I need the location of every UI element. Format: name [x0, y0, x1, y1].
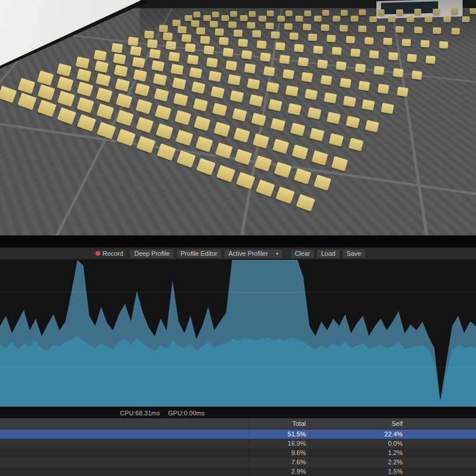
- deep-profile-button[interactable]: Deep Profile: [129, 249, 174, 259]
- table-header-row: Total Self: [0, 418, 476, 429]
- chevron-down-icon: ▾: [276, 251, 278, 256]
- cpu-usage-chart[interactable]: [0, 260, 476, 407]
- unity-editor-window: RecordDeep ProfileProfile EditorActive P…: [0, 0, 476, 476]
- table-row[interactable]: 16.9%0.0%: [0, 439, 476, 448]
- profiler-toolbar-buttons: RecordDeep ProfileProfile EditorActive P…: [0, 249, 366, 259]
- panel-divider: [0, 235, 476, 247]
- gpu-time-label: GPU:0.00ms: [168, 410, 204, 417]
- row-self-value: 1.2%: [309, 449, 406, 456]
- profile-editor-label: Profile Editor: [181, 250, 217, 257]
- profile-editor-button[interactable]: Profile Editor: [176, 249, 222, 259]
- row-self-value: 22.4%: [309, 431, 406, 438]
- load-button[interactable]: Load: [316, 249, 340, 259]
- record-label: Record: [103, 250, 123, 257]
- row-total-value: 51.5%: [249, 431, 309, 438]
- table-row[interactable]: 7.6%2.2%: [0, 457, 476, 467]
- cpu-time-label: CPU:68.31ms: [120, 410, 160, 417]
- column-header-total[interactable]: Total: [249, 420, 309, 427]
- table-row[interactable]: 2.9%1.5%: [0, 467, 476, 476]
- kiosk-screen: [381, 1, 438, 15]
- table-body: 51.5%22.4%16.9%0.0%9.6%1.2%7.6%2.2%2.9%1…: [0, 429, 476, 476]
- table-row[interactable]: 9.6%1.2%: [0, 448, 476, 457]
- deep-profile-label: Deep Profile: [134, 250, 170, 257]
- profiler-toolbar: RecordDeep ProfileProfile EditorActive P…: [0, 247, 476, 260]
- column-header-self[interactable]: Self: [309, 420, 406, 427]
- save-button[interactable]: Save: [342, 249, 366, 259]
- profiler-hierarchy-table: Total Self 51.5%22.4%16.9%0.0%9.6%1.2%7.…: [0, 418, 476, 476]
- game-view[interactable]: [0, 0, 476, 235]
- clear-label: Clear: [295, 250, 310, 257]
- load-label: Load: [321, 250, 335, 257]
- row-self-value: 2.2%: [309, 459, 406, 466]
- row-self-value: 1.5%: [309, 468, 406, 475]
- save-label: Save: [347, 250, 361, 257]
- frame-stats-bar: CPU:68.31ms GPU:0.00ms: [0, 407, 476, 418]
- record-button[interactable]: Record: [91, 249, 128, 259]
- table-row[interactable]: 51.5%22.4%: [0, 429, 476, 439]
- row-total-value: 9.6%: [249, 449, 309, 456]
- row-total-value: 7.6%: [249, 459, 309, 466]
- active-profiler-label: Active Profiler: [228, 250, 268, 257]
- record-icon: [96, 251, 100, 256]
- profiler-chart-area[interactable]: [0, 260, 476, 407]
- row-total-value: 2.9%: [249, 468, 309, 475]
- kiosk: [376, 0, 463, 19]
- row-self-value: 0.0%: [309, 440, 406, 447]
- clear-button[interactable]: Clear: [290, 249, 315, 259]
- active-profiler-dropdown[interactable]: Active Profiler▾: [224, 249, 283, 259]
- row-total-value: 16.9%: [249, 440, 309, 447]
